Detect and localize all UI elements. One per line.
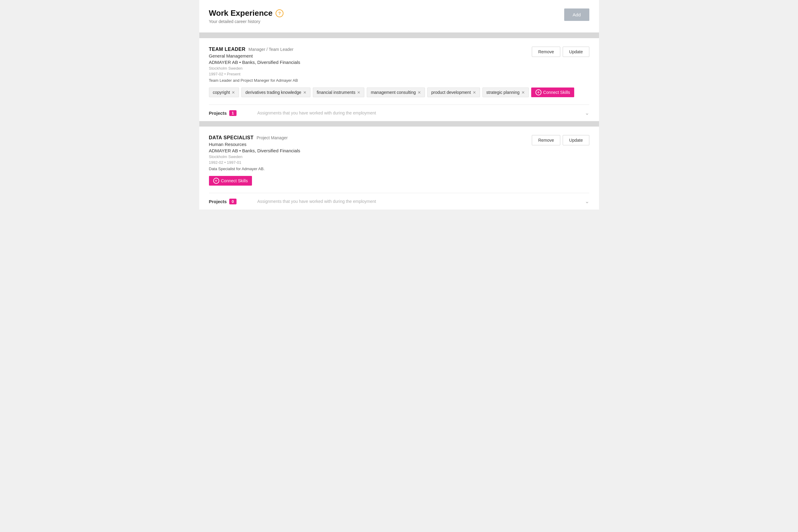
job-category-2: Project Manager xyxy=(256,135,288,140)
projects-description-2: Assignments that you have worked with du… xyxy=(258,199,585,204)
job-dates-1: 1997-02 • Present xyxy=(209,72,300,76)
skill-label-copyright: copyright xyxy=(213,90,230,95)
skill-remove-management[interactable]: ✕ xyxy=(418,91,421,94)
header-title-group: Work Experience ? Your detailed career h… xyxy=(209,8,284,24)
plus-icon-1: + xyxy=(535,89,542,95)
projects-label-1: Projects 1 xyxy=(209,110,258,116)
connect-skills-button-1[interactable]: + Connect Skills xyxy=(531,88,574,97)
job-location-2: Stockholm Sweden xyxy=(209,154,300,159)
job-dates-2: 1992-02 • 1997-01 xyxy=(209,160,300,165)
skill-remove-financial[interactable]: ✕ xyxy=(357,91,360,94)
projects-label-2: Projects 0 xyxy=(209,198,258,204)
job-description-2: Data Specialist for Admayer AB. xyxy=(209,167,300,171)
page-wrapper: Work Experience ? Your detailed career h… xyxy=(199,0,599,210)
work-entry-2: DATA SPECIALIST Project Manager Human Re… xyxy=(199,127,599,210)
skill-remove-derivatives[interactable]: ✕ xyxy=(303,91,306,94)
skill-label-derivatives: derivatives trading knowledge xyxy=(245,90,301,95)
skill-tag-strategic: strategic planning ✕ xyxy=(482,88,529,97)
section-divider-2 xyxy=(199,121,599,127)
header-subtitle: Your detailed career history xyxy=(209,19,284,24)
work-experience-header: Work Experience ? Your detailed career h… xyxy=(199,0,599,33)
section-title: Work Experience ? xyxy=(209,8,284,18)
projects-section-1[interactable]: Projects 1 Assignments that you have wor… xyxy=(209,104,589,121)
job-department-2: Human Resources xyxy=(209,142,300,147)
job-title-line-1: TEAM LEADER Manager / Team Leader xyxy=(209,46,300,52)
title-text: Work Experience xyxy=(209,8,273,18)
job-company-2: ADMAYER AB • Banks, Diversified Financia… xyxy=(209,148,300,153)
skill-remove-product[interactable]: ✕ xyxy=(473,91,476,94)
connect-skills-label-1: Connect Skills xyxy=(543,90,570,95)
help-icon[interactable]: ? xyxy=(276,10,283,17)
plus-icon-2: + xyxy=(213,178,219,184)
skills-container-1: copyright ✕ derivatives trading knowledg… xyxy=(209,88,589,98)
update-button-2[interactable]: Update xyxy=(563,135,589,145)
skill-remove-copyright[interactable]: ✕ xyxy=(232,91,235,94)
remove-button-2[interactable]: Remove xyxy=(532,135,560,145)
work-card-header-2: DATA SPECIALIST Project Manager Human Re… xyxy=(209,135,589,171)
skills-container-2: + Connect Skills xyxy=(209,176,589,187)
skill-tag-financial: financial instruments ✕ xyxy=(313,88,365,97)
skill-label-financial: financial instruments xyxy=(317,90,356,95)
card-actions-2: Remove Update xyxy=(532,135,589,145)
connect-skills-label-2: Connect Skills xyxy=(221,178,248,183)
job-title-2: DATA SPECIALIST xyxy=(209,135,254,140)
job-title-1: TEAM LEADER xyxy=(209,46,246,52)
skill-tag-derivatives: derivatives trading knowledge ✕ xyxy=(241,88,310,97)
section-divider-1 xyxy=(199,33,599,38)
skill-tag-management: management consulting ✕ xyxy=(367,88,425,97)
skill-tag-copyright: copyright ✕ xyxy=(209,88,239,97)
remove-button-1[interactable]: Remove xyxy=(532,46,560,57)
job-category-1: Manager / Team Leader xyxy=(249,47,293,52)
update-button-1[interactable]: Update xyxy=(563,46,589,57)
job-company-1: ADMAYER AB • Banks, Diversified Financia… xyxy=(209,60,300,65)
projects-badge-1: 1 xyxy=(229,110,236,116)
work-card-header-1: TEAM LEADER Manager / Team Leader Genera… xyxy=(209,46,589,83)
skill-tag-product: product development ✕ xyxy=(427,88,480,97)
work-info-1: TEAM LEADER Manager / Team Leader Genera… xyxy=(209,46,300,83)
projects-text-2: Projects xyxy=(209,199,227,204)
skill-remove-strategic[interactable]: ✕ xyxy=(521,91,525,94)
job-description-1: Team Leader and Project Maneger for Adma… xyxy=(209,78,300,83)
add-button[interactable]: Add xyxy=(564,8,589,21)
work-entry-1: TEAM LEADER Manager / Team Leader Genera… xyxy=(199,38,599,121)
skill-label-management: management consulting xyxy=(371,90,416,95)
projects-description-1: Assignments that you have worked with du… xyxy=(258,111,585,115)
card-actions-1: Remove Update xyxy=(532,46,589,57)
skill-label-product: product development xyxy=(431,90,471,95)
job-title-line-2: DATA SPECIALIST Project Manager xyxy=(209,135,300,140)
chevron-down-icon-2: ⌄ xyxy=(585,198,589,205)
chevron-down-icon-1: ⌄ xyxy=(585,110,589,116)
work-info-2: DATA SPECIALIST Project Manager Human Re… xyxy=(209,135,300,171)
job-location-1: Stockholm Sweden xyxy=(209,66,300,71)
projects-badge-2: 0 xyxy=(229,198,236,204)
projects-text-1: Projects xyxy=(209,111,227,116)
skill-label-strategic: strategic planning xyxy=(487,90,520,95)
job-department-1: General Management xyxy=(209,53,300,58)
connect-skills-button-2[interactable]: + Connect Skills xyxy=(209,176,252,186)
projects-section-2[interactable]: Projects 0 Assignments that you have wor… xyxy=(209,193,589,210)
